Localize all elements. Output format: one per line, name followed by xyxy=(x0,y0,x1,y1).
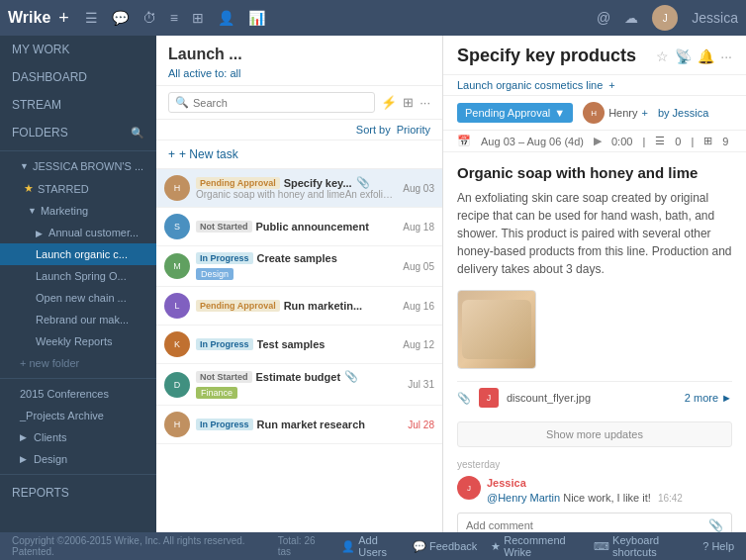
task-row[interactable]: H Pending Approval Specify key... 📎 Orga… xyxy=(156,169,442,208)
task-name: Estimate budget xyxy=(256,371,341,383)
sidebar-launch-spring[interactable]: Launch Spring O... xyxy=(0,265,156,287)
avatar: D xyxy=(164,372,190,398)
menu-icon[interactable]: ☰ xyxy=(85,10,98,26)
sidebar-annual-customer[interactable]: ▶ Annual customer... xyxy=(0,222,156,243)
contacts-icon[interactable]: 👤 xyxy=(218,10,234,26)
attachment-icon: 📎 xyxy=(344,370,358,383)
add-assignee[interactable]: + xyxy=(641,107,647,119)
status-dropdown[interactable]: Pending Approval ▼ xyxy=(457,103,573,123)
search-input[interactable] xyxy=(193,97,368,109)
mentions-icon[interactable]: @ xyxy=(597,10,610,26)
recommend-link[interactable]: ★ Recommend Wrike xyxy=(491,534,580,558)
list-icon[interactable]: ≡ xyxy=(170,10,178,26)
view-icon[interactable]: ⊞ xyxy=(403,95,414,110)
comment-mention[interactable]: @Henry Martin xyxy=(487,492,560,504)
more-attachments[interactable]: 2 more ► xyxy=(685,392,732,404)
to-label[interactable]: to: all xyxy=(215,67,240,79)
reports-icon[interactable]: 📊 xyxy=(248,10,265,26)
feedback-link[interactable]: 💬 Feedback xyxy=(413,534,477,558)
folders-search-icon[interactable]: 🔍 xyxy=(131,127,144,140)
username[interactable]: Jessica xyxy=(692,10,738,26)
help-link[interactable]: ? Help xyxy=(702,534,734,558)
task-description: Organic soap with honey and limeAn exfol… xyxy=(196,189,397,200)
sidebar-jessica-folder[interactable]: ▼ JESSICA BROWN'S ... xyxy=(0,155,156,177)
sidebar-projects-archive[interactable]: _Projects Archive xyxy=(0,405,156,426)
sidebar-weekly-reports[interactable]: Weekly Reports xyxy=(0,330,156,352)
sidebar-clients[interactable]: ▶ Clients xyxy=(0,426,156,448)
notification-icon[interactable]: 🔔 xyxy=(698,48,714,64)
status-badge: In Progress xyxy=(196,338,253,350)
comment-input[interactable] xyxy=(466,519,702,531)
total-count: Total: 26 tas xyxy=(278,535,326,557)
task-panel: Launch ... All active to: all 🔍 ⚡ ⊞ ··· … xyxy=(156,36,443,532)
task-row[interactable]: S Not Started Public announcement Aug 18 xyxy=(156,208,442,246)
task-info: Not Started Public announcement xyxy=(196,221,397,233)
detail-description: An exfoliating skin care soap created by… xyxy=(457,189,732,278)
chevron-down-icon: ▼ xyxy=(20,161,29,171)
grid-icon[interactable]: ⊞ xyxy=(192,10,204,26)
show-updates-button[interactable]: Show more updates xyxy=(457,421,732,447)
sidebar-conferences[interactable]: 2015 Conferences xyxy=(0,383,156,405)
rss-icon[interactable]: 📡 xyxy=(675,48,692,64)
recent-icon[interactable]: ⏱ xyxy=(142,10,156,26)
sidebar-starred[interactable]: ★ STARRED xyxy=(0,177,156,200)
filter-icon[interactable]: ⚡ xyxy=(381,95,397,110)
sidebar-open-new-chain[interactable]: Open new chain ... xyxy=(0,287,156,309)
sidebar-item-folders[interactable]: FOLDERS 🔍 xyxy=(0,119,156,146)
messages-icon[interactable]: 💬 xyxy=(112,10,129,26)
new-folder-btn[interactable]: + new folder xyxy=(0,352,156,374)
tag-badge: Design xyxy=(196,268,233,280)
task-row[interactable]: H In Progress Run market research Jul 28 xyxy=(156,406,442,444)
date-range[interactable]: Aug 03 – Aug 06 (4d) xyxy=(481,136,584,147)
sort-field[interactable]: Priority xyxy=(397,124,430,136)
user-avatar[interactable]: J xyxy=(652,5,678,31)
status-badge: In Progress xyxy=(196,419,253,430)
attachment-name[interactable]: discount_flyer.jpg xyxy=(507,392,591,404)
task-row[interactable]: K In Progress Test samples Aug 12 xyxy=(156,326,442,364)
reports-label: REPORTS xyxy=(12,486,69,500)
task-info: In Progress Create samples Design xyxy=(196,252,397,280)
bottom-bar-actions: 👤 Add Users 💬 Feedback ★ Recommend Wrike… xyxy=(341,534,734,558)
keyboard-link[interactable]: ⌨ Keyboard shortcuts xyxy=(594,534,689,558)
task-date: Aug 05 xyxy=(403,261,434,272)
detail-task-title: Organic soap with honey and lime xyxy=(457,164,732,181)
sidebar-launch-organic[interactable]: Launch organic c... xyxy=(0,243,156,265)
detail-subtitle: Launch organic cosmetics line + xyxy=(443,75,746,96)
status-filter[interactable]: All active xyxy=(168,67,212,79)
project-link[interactable]: Launch organic cosmetics line xyxy=(457,79,603,91)
sidebar-item-stream[interactable]: STREAM xyxy=(0,91,156,119)
add-to-project[interactable]: + xyxy=(608,79,614,91)
more-icon[interactable]: ··· xyxy=(420,95,430,110)
annual-label: Annual customer... xyxy=(48,227,139,238)
star-button[interactable]: ☆ xyxy=(656,48,669,64)
add-users-link[interactable]: 👤 Add Users xyxy=(341,534,399,558)
sidebar-rebrand[interactable]: Rebrand our mak... xyxy=(0,309,156,330)
task-row[interactable]: D Not Started Estimate budget 📎 Finance … xyxy=(156,364,442,406)
cloud-icon[interactable]: ☁ xyxy=(624,10,638,26)
help-icon: ? xyxy=(702,540,708,552)
task-panel-title: Launch ... xyxy=(168,46,430,63)
avatar: H xyxy=(164,412,190,437)
tasks-count: 0 xyxy=(675,136,681,147)
task-row[interactable]: L Pending Approval Run marketin... Aug 1… xyxy=(156,287,442,326)
new-task-button[interactable]: + + New task xyxy=(156,140,442,169)
sidebar-item-reports[interactable]: REPORTS xyxy=(0,479,156,507)
comment-date: yesterday xyxy=(457,459,732,470)
subtasks-icon: ⊞ xyxy=(703,135,712,147)
status-badge: In Progress xyxy=(196,252,253,264)
sidebar-item-my-work[interactable]: MY WORK xyxy=(0,36,156,63)
task-name: Specify key... xyxy=(284,177,352,189)
avatar: H xyxy=(164,175,190,201)
attachment-row: 📎 J discount_flyer.jpg 2 more ► xyxy=(457,381,732,414)
more-options-icon[interactable]: ··· xyxy=(720,48,732,64)
recommend-label: Recommend Wrike xyxy=(504,534,580,558)
sidebar-item-dashboard[interactable]: DASHBOARD xyxy=(0,63,156,91)
add-button[interactable]: + xyxy=(58,8,69,29)
task-row[interactable]: M In Progress Create samples Design Aug … xyxy=(156,246,442,287)
recommend-icon: ★ xyxy=(491,540,501,553)
play-icon[interactable]: ▶ xyxy=(594,135,602,147)
sidebar-marketing[interactable]: ▼ Marketing xyxy=(0,200,156,222)
sidebar-design[interactable]: ▶ Design xyxy=(0,448,156,470)
attach-to-comment-icon[interactable]: 📎 xyxy=(708,518,723,532)
tasks-icon: ☰ xyxy=(655,135,665,147)
